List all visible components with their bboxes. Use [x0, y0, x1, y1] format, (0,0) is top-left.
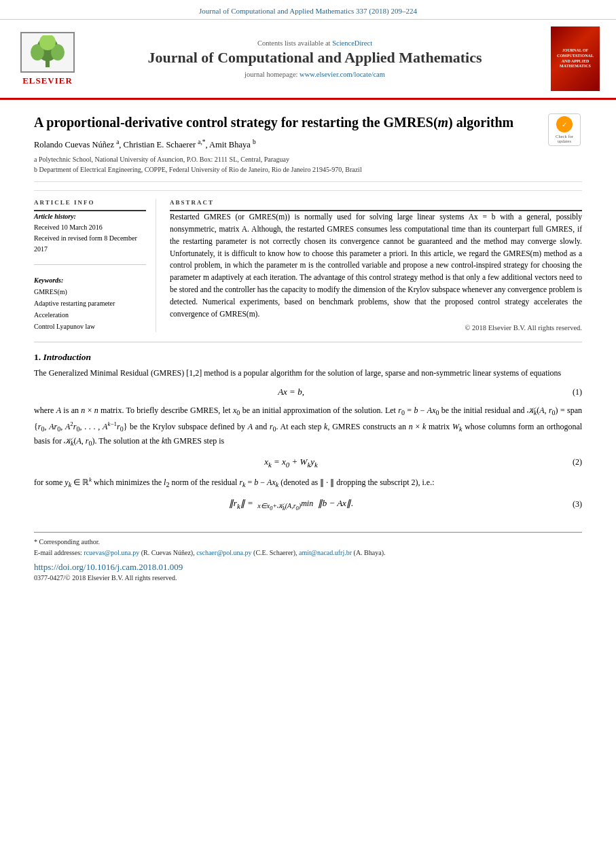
- affiliation-b: b Department of Electrical Engineering, …: [34, 164, 541, 175]
- elsevier-tree-logo: [20, 32, 75, 73]
- abstract-label: ABSTRACT: [170, 199, 582, 206]
- introduction-section: 1. Introduction The Generalized Minimal …: [34, 352, 582, 512]
- elsevier-wordmark: ELSEVIER: [22, 75, 73, 86]
- elsevier-logo: ELSEVIER: [14, 26, 81, 91]
- intro-para-2: where A is an n × n matrix. To briefly d…: [34, 404, 582, 449]
- homepage-link[interactable]: www.elsevier.com/locate/cam: [300, 71, 385, 78]
- paper-title-area: A proportional-derivative control strate…: [34, 113, 541, 175]
- journal-title: Journal of Computational and Applied Mat…: [88, 48, 541, 68]
- received-date: Received 10 March 2016: [34, 222, 146, 233]
- journal-center-info: Contents lists available at ScienceDirec…: [88, 26, 541, 91]
- equation-2: xk = x0 + Wkyk: [34, 457, 548, 469]
- affiliations: a Polytechnic School, National Universit…: [34, 154, 541, 175]
- footnote-section: * Corresponding author. E-mail addresses…: [34, 532, 582, 584]
- doi-section: https://doi.org/10.1016/j.cam.2018.01.00…: [34, 562, 582, 573]
- keyword-1: GMRES(m): [34, 286, 146, 298]
- email-rcuevas[interactable]: rcuevas@pol.una.py: [84, 549, 139, 556]
- equation-2-number: (2): [548, 457, 582, 467]
- issn-line: 0377-0427/© 2018 Elsevier B.V. All right…: [34, 573, 582, 584]
- divider-2: [34, 264, 146, 265]
- keyword-4: Control Lyapunov law: [34, 321, 146, 332]
- abstract-text: Restarted GMRES (or GMRES(m)) is normall…: [170, 211, 582, 320]
- journal-citation: Journal of Computational and Applied Mat…: [0, 0, 616, 20]
- article-info-column: ARTICLE INFO Article history: Received 1…: [34, 199, 156, 332]
- sciencedirect-link[interactable]: ScienceDirect: [332, 39, 372, 47]
- equation-2-row: xk = x0 + Wkyk (2): [34, 457, 582, 469]
- footnote-corresponding: * Corresponding author.: [34, 537, 582, 548]
- equation-1-row: Ax = b, (1): [34, 387, 582, 397]
- keywords: Keywords: GMRES(m) Adaptive restarting p…: [34, 274, 146, 332]
- section-divider: [34, 342, 582, 342]
- footnote-emails: E-mail addresses: rcuevas@pol.una.py (R.…: [34, 548, 582, 558]
- badge-box: ✓ Check for updates: [548, 113, 581, 146]
- article-info-label: ARTICLE INFO: [34, 199, 146, 206]
- article-history: Article history: Received 10 March 2016 …: [34, 211, 146, 255]
- check-for-updates-label: Check for updates: [549, 134, 580, 143]
- paper-body: A proportional-derivative control strate…: [0, 100, 616, 584]
- check-for-updates-badge: ✓ Check for updates: [548, 113, 582, 146]
- journal-banner: ELSEVIER Contents lists available at Sci…: [0, 20, 616, 100]
- equation-3-row: ‖rk‖ = x∈x0+𝒦k(A,r0)min ‖b − Ax‖. (3): [34, 498, 582, 512]
- contents-available: Contents lists available at ScienceDirec…: [88, 39, 541, 47]
- equation-3-number: (3): [548, 499, 582, 509]
- revised-date: Received in revised form 8 December 2017: [34, 233, 146, 255]
- abstract-column: ABSTRACT Restarted GMRES (or GMRES(m)) i…: [170, 199, 582, 332]
- badge-circle: ✓: [556, 116, 573, 132]
- equation-1: Ax = b,: [34, 387, 548, 397]
- email-cschaer[interactable]: cschaer@pol.una.py: [196, 549, 251, 556]
- paper-title-section: A proportional-derivative control strate…: [34, 100, 582, 182]
- keyword-3: Acceleration: [34, 309, 146, 321]
- keyword-2: Adaptive restarting parameter: [34, 298, 146, 309]
- equation-1-number: (1): [548, 387, 582, 397]
- affiliation-a: a Polytechnic School, National Universit…: [34, 154, 541, 164]
- journal-homepage: journal homepage: www.elsevier.com/locat…: [88, 71, 541, 78]
- equation-3: ‖rk‖ = x∈x0+𝒦k(A,r0)min ‖b − Ax‖.: [34, 498, 548, 512]
- email-amit[interactable]: amit@nacad.ufrj.br: [299, 549, 352, 556]
- paper-title: A proportional-derivative control strate…: [34, 113, 541, 132]
- doi-link[interactable]: https://doi.org/10.1016/j.cam.2018.01.00…: [34, 562, 183, 572]
- journal-cover-thumbnail: JOURNAL OF COMPUTATIONAL AND APPLIED MAT…: [548, 26, 602, 91]
- section-heading: 1. Introduction: [34, 352, 582, 363]
- intro-para-3: for some yk ∈ ℝk which minimizes the l2 …: [34, 475, 582, 490]
- copyright: © 2018 Elsevier B.V. All rights reserved…: [170, 324, 582, 332]
- authors: Rolando Cuevas Núñez a, Christian E. Sch…: [34, 139, 541, 150]
- email-label: E-mail addresses:: [34, 549, 84, 556]
- journal-link[interactable]: Journal of Computational and Applied Mat…: [199, 7, 417, 15]
- article-info-abstract: ARTICLE INFO Article history: Received 1…: [34, 190, 582, 332]
- cover-image: JOURNAL OF COMPUTATIONAL AND APPLIED MAT…: [551, 26, 600, 91]
- abstract-paragraph: Restarted GMRES (or GMRES(m)) is normall…: [170, 211, 582, 320]
- intro-para-1: The Generalized Minimal Residual (GMRES)…: [34, 367, 582, 380]
